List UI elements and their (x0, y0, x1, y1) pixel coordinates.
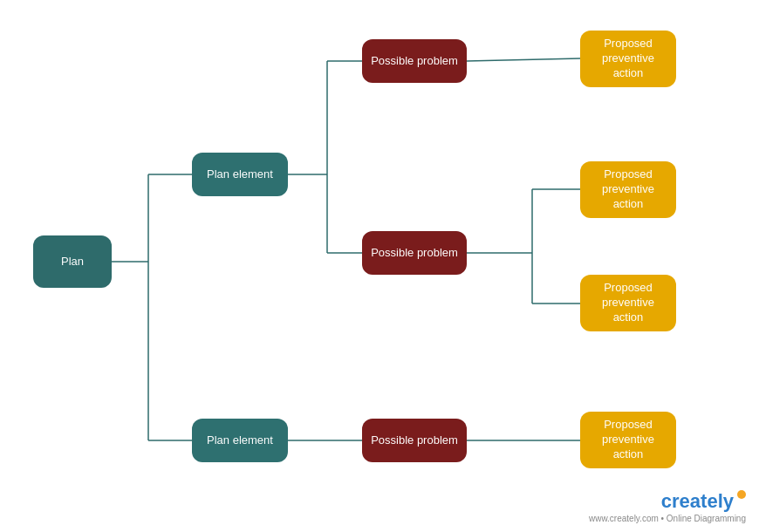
plan-label: Plan (61, 255, 84, 269)
preventive-action-4-label: Proposed preventive action (589, 418, 667, 462)
plan-node[interactable]: Plan (33, 235, 112, 288)
possible-problem-2-label: Possible problem (371, 246, 458, 261)
creately-dot-icon (737, 490, 746, 499)
creately-logo: creately (661, 490, 746, 513)
svg-line-9 (467, 58, 580, 61)
preventive-action-1-label: Proposed preventive action (589, 37, 667, 81)
preventive-action-3-node[interactable]: Proposed preventive action (580, 275, 676, 331)
plan-element-2-label: Plan element (207, 433, 273, 448)
plan-element-2-node[interactable]: Plan element (192, 419, 288, 462)
plan-element-1-node[interactable]: Plan element (192, 153, 288, 196)
diagram-container: Plan Plan element Plan element Possible … (0, 0, 759, 532)
possible-problem-1-label: Possible problem (371, 54, 458, 69)
plan-element-1-label: Plan element (207, 167, 273, 182)
creately-logo-text: creately (661, 490, 734, 513)
possible-problem-3-node[interactable]: Possible problem (362, 419, 467, 462)
preventive-action-2-node[interactable]: Proposed preventive action (580, 161, 676, 218)
possible-problem-2-node[interactable]: Possible problem (362, 231, 467, 275)
preventive-action-2-label: Proposed preventive action (589, 167, 667, 212)
creately-tagline: www.creately.com • Online Diagramming (589, 514, 746, 523)
possible-problem-3-label: Possible problem (371, 433, 458, 448)
creately-badge: creately www.creately.com • Online Diagr… (589, 490, 746, 523)
preventive-action-1-node[interactable]: Proposed preventive action (580, 31, 676, 87)
preventive-action-4-node[interactable]: Proposed preventive action (580, 412, 676, 468)
possible-problem-1-node[interactable]: Possible problem (362, 39, 467, 83)
preventive-action-3-label: Proposed preventive action (589, 281, 667, 325)
